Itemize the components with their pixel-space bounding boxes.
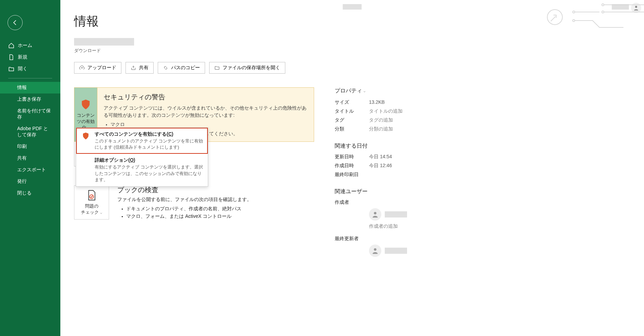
- sidebar-label: 情報: [17, 85, 27, 91]
- menu-item-enable-all[interactable]: すべてのコンテンツを有効にする(C) このドキュメントのアクティブ コンテンツを…: [76, 128, 208, 154]
- prop-value-size: 13.2KB: [369, 99, 385, 105]
- shield-icon: [80, 99, 92, 110]
- sidebar-item-publish[interactable]: 発行: [0, 176, 60, 187]
- enable-content-menu: すべてのコンテンツを有効にする(C) このドキュメントのアクティブ コンテンツを…: [76, 127, 208, 187]
- link-icon: [163, 65, 168, 71]
- main-content: 情報 ダウンロード アップロード 共有 パスのコピー ファイルの保存場所を開く: [60, 0, 644, 336]
- prop-label-author: 作成者: [335, 199, 369, 206]
- button-label: アップロード: [87, 65, 116, 71]
- prop-label-last-modified-by: 最終更新者: [335, 236, 369, 242]
- svg-point-4: [602, 4, 604, 6]
- sidebar-label: 閉じる: [17, 190, 32, 196]
- share-icon: [131, 65, 136, 71]
- svg-point-0: [635, 6, 637, 8]
- sidebar-item-save-as[interactable]: 名前を付けて保存: [0, 105, 60, 123]
- avatar: [369, 208, 381, 221]
- sidebar-label: 印刷: [17, 144, 27, 150]
- sidebar-item-share[interactable]: 共有: [0, 152, 60, 164]
- last-modified-by-row[interactable]: [369, 245, 448, 257]
- sidebar-item-new[interactable]: 新規: [0, 51, 60, 63]
- copy-path-button[interactable]: パスのコピー: [158, 62, 205, 74]
- button-label: ファイルの保存場所を開く: [223, 65, 280, 71]
- related-people-header: 関連ユーザー: [335, 188, 448, 195]
- sidebar-label: エクスポート: [17, 167, 46, 173]
- upload-button[interactable]: アップロード: [74, 62, 121, 74]
- sidebar-label: 発行: [17, 178, 27, 185]
- sidebar-item-open[interactable]: 開く: [0, 63, 60, 75]
- add-author-link[interactable]: 作成者の追加: [369, 223, 448, 229]
- inspect-bullet: ドキュメントのプロパティ、作成者の名前、絶対パス: [126, 205, 252, 212]
- sidebar-label: Adobe PDF として保存: [17, 126, 52, 138]
- prop-value-created: 今日 12:46: [369, 163, 392, 169]
- properties-header[interactable]: プロパティ⌵: [335, 87, 448, 95]
- prop-value-modified: 今日 14:54: [369, 154, 392, 160]
- security-desc1: アクティブ コンテンツには、ウイルスが含まれているか、その他セキュリティ上の危険…: [104, 105, 307, 118]
- folder-icon: [214, 65, 220, 71]
- window-title-placeholder: [343, 4, 362, 10]
- svg-point-8: [374, 248, 376, 251]
- button-label: 共有: [139, 65, 148, 71]
- back-button[interactable]: [8, 15, 23, 30]
- prop-label-category: 分類: [335, 126, 369, 132]
- sidebar-item-adobe-pdf[interactable]: Adobe PDF として保存: [0, 123, 60, 141]
- prop-add-category[interactable]: 分類の追加: [369, 126, 393, 132]
- sidebar-item-info[interactable]: 情報: [0, 82, 60, 94]
- menu-item-desc: 有効にするアクティブ コンテンツを選択します。選択したコンテンツは、このセッショ…: [95, 164, 203, 183]
- security-bullet: マクロ: [110, 121, 308, 128]
- page-title: 情報: [74, 13, 627, 30]
- prop-add-tag[interactable]: タグの追加: [369, 117, 393, 123]
- document-check-icon: [86, 189, 97, 201]
- related-dates-header: 関連する日付: [335, 142, 448, 150]
- inspect-block: 問題のチェック ⌵ ブックの検査 ファイルを公開する前に、ファイルの次の項目を確…: [74, 185, 314, 220]
- share-button[interactable]: 共有: [126, 62, 154, 74]
- account-button[interactable]: [631, 3, 641, 13]
- modifier-name-placeholder: [385, 248, 407, 254]
- sidebar-label: 名前を付けて保存: [17, 108, 52, 120]
- button-label: パスのコピー: [171, 65, 200, 71]
- sidebar-item-print[interactable]: 印刷: [0, 141, 60, 152]
- sidebar-label: 開く: [18, 66, 27, 72]
- author-row[interactable]: [369, 208, 448, 221]
- prop-label-title: タイトル: [335, 108, 369, 114]
- sidebar-label: 上書き保存: [17, 96, 41, 102]
- backstage-sidebar: ホーム 新規 開く 情報 上書き保存 名前を付けて保存 Adobe PDF とし…: [0, 0, 60, 336]
- sidebar-item-save[interactable]: 上書き保存: [0, 94, 60, 105]
- security-heading: セキュリティの警告: [104, 92, 308, 102]
- sidebar-separator: [8, 78, 52, 78]
- sidebar-item-close[interactable]: 閉じる: [0, 187, 60, 199]
- prop-label-modified: 更新日時: [335, 154, 369, 160]
- cloud-upload-icon: [79, 65, 85, 71]
- shield-icon: [82, 132, 90, 140]
- chevron-down-icon: ⌵: [100, 211, 102, 214]
- action-bar: アップロード 共有 パスのコピー ファイルの保存場所を開く: [74, 62, 627, 74]
- security-warning-block: コンテンツの有効化 ⌵ セキュリティの警告 アクティブ コンテンツには、ウイルス…: [74, 87, 314, 142]
- sidebar-label: 共有: [17, 155, 27, 161]
- properties-panel: プロパティ⌵ サイズ13.2KB タイトルタイトルの追加 タグタグの追加 分類分…: [335, 87, 448, 259]
- inspect-desc: ファイルを公開する前に、ファイルの次の項目を確認します。: [117, 197, 252, 203]
- prop-label-printed: 最終印刷日: [335, 172, 369, 178]
- svg-point-7: [374, 212, 376, 214]
- prop-add-title[interactable]: タイトルの追加: [369, 108, 403, 114]
- author-name-placeholder: [385, 211, 407, 217]
- prop-label-created: 作成日時: [335, 163, 369, 169]
- sidebar-label: ホーム: [18, 42, 32, 49]
- prop-label-tag: タグ: [335, 117, 369, 123]
- sidebar-item-home[interactable]: ホーム: [0, 40, 60, 51]
- chevron-down-icon: ⌵: [363, 89, 366, 93]
- inspect-heading: ブックの検査: [117, 185, 252, 195]
- open-location-button[interactable]: ファイルの保存場所を開く: [209, 62, 285, 74]
- sidebar-item-export[interactable]: エクスポート: [0, 164, 60, 176]
- prop-label-size: サイズ: [335, 99, 369, 105]
- avatar: [369, 245, 381, 257]
- menu-item-desc: このドキュメントのアクティブ コンテンツを常に有効にします (信頼済みドキュメン…: [95, 138, 203, 150]
- file-name-placeholder: [74, 38, 134, 46]
- sidebar-label: 新規: [18, 54, 27, 60]
- account-name-placeholder: [612, 4, 629, 10]
- file-location: ダウンロード: [74, 48, 627, 54]
- menu-item-advanced[interactable]: 詳細オプション(O) 有効にするアクティブ コンテンツを選択します。選択したコン…: [76, 154, 208, 186]
- check-issues-tile[interactable]: 問題のチェック ⌵: [74, 185, 109, 220]
- inspect-bullet: マクロ、フォーム、または ActiveX コントロール: [126, 212, 252, 220]
